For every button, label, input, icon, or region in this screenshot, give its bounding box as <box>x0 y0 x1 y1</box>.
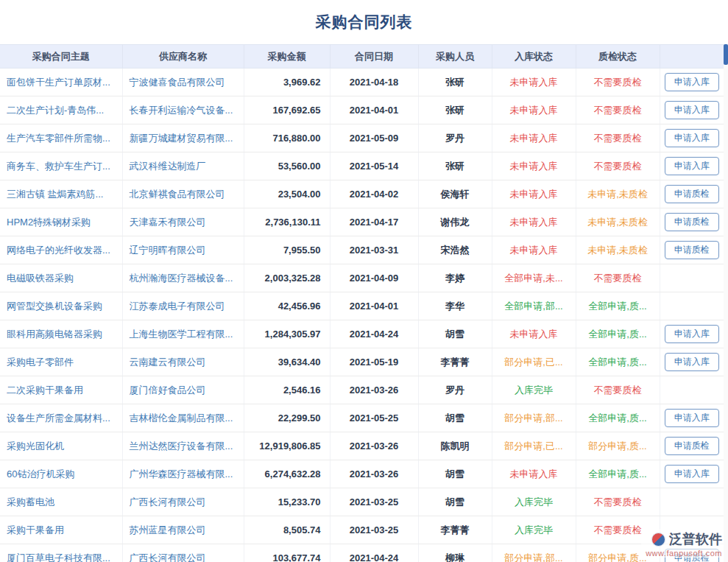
storage-status-cell: 入库完毕 <box>492 516 576 544</box>
contract-subject-link[interactable]: 采购光固化机 <box>7 440 64 452</box>
supplier-link[interactable]: 北京鲜祺食品有限公司 <box>130 189 225 200</box>
supplier-link[interactable]: 广西长河有限公司 <box>130 552 206 562</box>
contract-subject-link[interactable]: 三湘古镇 盐焗素鸡筋... <box>7 189 103 200</box>
qc-status-cell: 未申请,未质检 <box>576 208 660 236</box>
storage-status: 未申请入库 <box>510 468 558 480</box>
qc-status: 不需要质检 <box>594 524 642 535</box>
table-row: 商务车、救护车生产订...武汉科维达制造厂53,560.002021-05-14… <box>0 152 724 180</box>
subject-cell: 电磁吸铁器采购 <box>0 264 122 292</box>
apply-storage-button[interactable]: 申请入库 <box>665 101 719 120</box>
qc-status-cell: 全部申请,质... <box>576 460 660 488</box>
storage-status-cell: 入库完毕 <box>492 488 576 516</box>
storage-status: 入库完毕 <box>515 496 553 507</box>
amount-cell: 2,003,325.28 <box>244 264 330 292</box>
apply-storage-button[interactable]: 申请入库 <box>665 129 719 148</box>
person-cell: 胡雪 <box>418 320 492 348</box>
qc-status-cell: 未申请,未质检 <box>576 180 660 208</box>
subject-cell: 网管型交换机设备采购 <box>0 292 122 320</box>
storage-status-cell: 入库完毕 <box>492 376 576 404</box>
apply-qc-button[interactable]: 申请质检 <box>665 185 719 204</box>
supplier-link[interactable]: 苏州蓝星有限公司 <box>130 524 206 535</box>
contract-subject-link[interactable]: 采购干果备用 <box>7 524 64 535</box>
person-cell: 柳琳 <box>418 544 492 562</box>
qc-status: 部分申请,质... <box>588 552 646 562</box>
supplier-link[interactable]: 宁波健喜食品有限公司 <box>130 77 225 88</box>
watermark-url: www.fanpusoft.com <box>646 549 722 558</box>
contract-subject-link[interactable]: 采购蓄电池 <box>7 496 54 507</box>
action-cell: 申请入库 <box>660 348 724 376</box>
contract-subject-link[interactable]: 二次采购干果备用 <box>7 384 83 396</box>
apply-storage-button[interactable]: 申请入库 <box>665 353 719 372</box>
scrollbar[interactable] <box>724 44 728 562</box>
apply-storage-button[interactable]: 申请入库 <box>665 409 719 428</box>
contract-subject-link[interactable]: 厦门百草电子科技有限... <box>7 552 110 562</box>
contract-subject-link[interactable]: 采购电子零部件 <box>7 356 74 368</box>
supplier-link[interactable]: 兰州达然医疗设备有限... <box>130 440 233 452</box>
supplier-link[interactable]: 辽宁明晖有限公司 <box>130 245 206 256</box>
table-row: 采购电子零部件云南建云有限公司39,634.402021-05-19李菁菁部分申… <box>0 348 724 376</box>
date-cell: 2021-05-19 <box>330 348 418 376</box>
qc-status: 不需要质检 <box>594 496 642 507</box>
apply-storage-button[interactable]: 申请入库 <box>665 465 719 484</box>
person-cell: 胡雪 <box>418 488 492 516</box>
supplier-link[interactable]: 杭州瀚海医疗器械设备... <box>130 273 233 284</box>
contract-subject-link[interactable]: 网络电子的光纤收发器... <box>7 245 110 256</box>
person-cell: 谢伟龙 <box>418 208 492 236</box>
contract-subject-link[interactable]: 电磁吸铁器采购 <box>7 273 74 284</box>
contract-table: 采购合同主题 供应商名称 采购金额 合同日期 采购人员 入库状态 质检状态 面包… <box>0 44 724 562</box>
apply-qc-button[interactable]: 申请质检 <box>665 213 719 232</box>
supplier-link[interactable]: 武汉科维达制造厂 <box>130 161 206 172</box>
apply-storage-button[interactable]: 申请入库 <box>665 157 719 176</box>
contract-subject-link[interactable]: 设备生产所需金属材料... <box>7 412 110 424</box>
person-cell: 罗丹 <box>418 124 492 152</box>
scrollbar-thumb[interactable] <box>724 44 728 65</box>
supplier-cell: 苏州蓝星有限公司 <box>122 516 244 544</box>
storage-status-cell: 未申请入库 <box>492 152 576 180</box>
table-row: 设备生产所需金属材料...吉林楷伦金属制品有限...22,299.502021-… <box>0 404 724 432</box>
contract-subject-link[interactable]: 网管型交换机设备采购 <box>7 301 102 312</box>
subject-cell: 生产汽车零部件所需物... <box>0 124 122 152</box>
storage-status: 未申请入库 <box>510 245 558 256</box>
apply-qc-button[interactable]: 申请质检 <box>665 241 719 260</box>
supplier-link[interactable]: 长春开利运输冷气设备... <box>130 105 233 116</box>
supplier-link[interactable]: 云南建云有限公司 <box>130 356 206 368</box>
supplier-link[interactable]: 厦门倍好食品公司 <box>130 384 206 396</box>
subject-cell: 二次生产计划-青岛伟... <box>0 96 122 124</box>
storage-status-cell: 部分申请,已... <box>492 432 576 460</box>
supplier-link[interactable]: 吉林楷伦金属制品有限... <box>130 412 233 424</box>
qc-status-cell: 全部申请,质... <box>576 348 660 376</box>
contract-subject-link[interactable]: 生产汽车零部件所需物... <box>7 133 110 144</box>
date-cell: 2021-04-24 <box>330 320 418 348</box>
apply-qc-button[interactable]: 申请质检 <box>665 437 719 456</box>
storage-status: 未申请入库 <box>510 161 558 172</box>
storage-status: 未申请入库 <box>510 77 558 88</box>
apply-storage-button[interactable]: 申请入库 <box>665 73 719 92</box>
table-header-row: 采购合同主题 供应商名称 采购金额 合同日期 采购人员 入库状态 质检状态 <box>0 45 724 69</box>
contract-subject-link[interactable]: HPM2特殊钢材采购 <box>7 217 91 228</box>
subject-cell: 三湘古镇 盐焗素鸡筋... <box>0 180 122 208</box>
contract-subject-link[interactable]: 60钴治疗机采购 <box>7 468 74 480</box>
amount-cell: 53,560.00 <box>244 152 330 180</box>
contract-subject-link[interactable]: 面包饼干生产订单原材... <box>7 77 110 88</box>
supplier-link[interactable]: 江苏泰成电子有限公司 <box>130 301 225 312</box>
table-row: 电磁吸铁器采购杭州瀚海医疗器械设备...2,003,325.282021-04-… <box>0 264 724 292</box>
supplier-link[interactable]: 上海生物医学工程有限... <box>130 329 233 340</box>
action-cell: 申请入库 <box>660 96 724 124</box>
table-row: 60钴治疗机采购广州华森医疗器械有限...6,274,632.282021-03… <box>0 460 724 488</box>
supplier-link[interactable]: 广西长河有限公司 <box>130 496 206 507</box>
date-cell: 2021-03-26 <box>330 460 418 488</box>
qc-status: 不需要质检 <box>594 161 642 172</box>
supplier-link[interactable]: 广州华森医疗器械有限... <box>130 468 233 480</box>
contract-subject-link[interactable]: 二次生产计划-青岛伟... <box>7 105 104 116</box>
subject-cell: 网络电子的光纤收发器... <box>0 236 122 264</box>
person-cell: 侯海轩 <box>418 180 492 208</box>
qc-status-cell: 全部申请,质... <box>576 292 660 320</box>
supplier-cell: 新疆万城建材贸易有限... <box>122 124 244 152</box>
contract-subject-link[interactable]: 眼科用高频电铬器采购 <box>7 329 102 340</box>
supplier-link[interactable]: 天津嘉禾有限公司 <box>130 217 206 228</box>
qc-status: 不需要质检 <box>594 77 642 88</box>
supplier-link[interactable]: 新疆万城建材贸易有限... <box>130 133 233 144</box>
contract-subject-link[interactable]: 商务车、救护车生产订... <box>7 161 110 172</box>
apply-storage-button[interactable]: 申请入库 <box>665 325 719 344</box>
subject-cell: HPM2特殊钢材采购 <box>0 208 122 236</box>
